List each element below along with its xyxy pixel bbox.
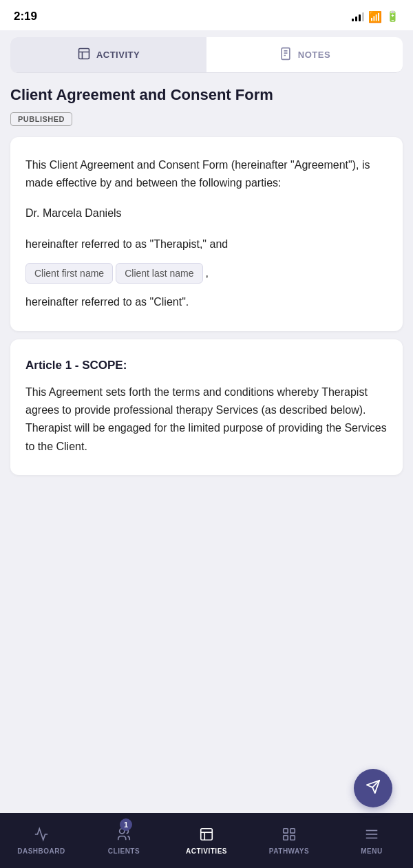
page-content: Client Agreement and Consent Form PUBLIS… [0, 73, 413, 475]
client-last-name-tag: Client last name [116, 263, 202, 284]
tab-bar: ACTIVITY NOTES [10, 37, 403, 73]
svg-rect-15 [284, 835, 288, 839]
svg-rect-10 [201, 828, 213, 840]
nav-pathways-label: PATHWAYS [269, 847, 309, 855]
tab-notes[interactable]: NOTES [206, 37, 403, 72]
hereinafter-client: hereinafter referred to as "Client". [25, 293, 388, 311]
article-title: Article 1 - SCOPE: [25, 359, 388, 372]
tab-activity-label: ACTIVITY [96, 50, 140, 60]
pathways-icon [282, 827, 297, 845]
nav-dashboard[interactable]: DASHBOARD [0, 813, 83, 868]
published-badge: PUBLISHED [10, 112, 72, 126]
nav-activities-label: ACTIVITIES [186, 847, 227, 855]
wifi-icon: 📶 [368, 10, 382, 23]
bottom-nav: DASHBOARD 1 CLIENTS ACTIVITIES [0, 813, 413, 868]
status-time: 2:19 [14, 10, 37, 23]
nav-clients[interactable]: 1 CLIENTS [83, 813, 165, 868]
activity-icon [77, 47, 91, 63]
menu-icon [364, 827, 379, 845]
hereinafter-therapist: hereinafter referred to as "Therapist," … [25, 235, 388, 253]
tab-notes-label: NOTES [298, 50, 330, 60]
tab-activity[interactable]: ACTIVITY [10, 37, 206, 72]
dashboard-icon [34, 827, 49, 845]
svg-rect-13 [284, 828, 288, 832]
page-title: Client Agreement and Consent Form [10, 85, 403, 105]
svg-rect-0 [78, 49, 89, 59]
signal-icon [352, 12, 364, 21]
nav-clients-label: CLIENTS [108, 847, 140, 855]
status-bar: 2:19 📶 🔋 [0, 0, 413, 30]
status-icons: 📶 🔋 [352, 10, 399, 23]
send-icon [366, 779, 381, 798]
activities-icon [199, 827, 214, 845]
nav-menu[interactable]: MENU [330, 813, 413, 868]
article-text: This Agreement sets forth the terms and … [25, 383, 388, 456]
nav-dashboard-label: DASHBOARD [17, 847, 65, 855]
notes-icon [279, 47, 293, 63]
nav-menu-label: MENU [361, 847, 382, 855]
therapist-name: Dr. Marcela Daniels [25, 204, 388, 222]
intro-paragraph: This Client Agreement and Consent Form (… [25, 156, 388, 193]
article-card: Article 1 - SCOPE: This Agreement sets f… [10, 339, 403, 476]
clients-badge: 1 [120, 818, 132, 831]
battery-icon: 🔋 [386, 10, 399, 23]
comma-separator: , [206, 267, 209, 279]
nav-activities[interactable]: ACTIVITIES [165, 813, 248, 868]
svg-rect-14 [290, 828, 295, 832]
client-first-name-tag: Client first name [25, 263, 113, 284]
send-fab-button[interactable] [354, 769, 392, 807]
nav-pathways[interactable]: PATHWAYS [248, 813, 330, 868]
intro-card: This Client Agreement and Consent Form (… [10, 137, 403, 331]
svg-rect-16 [290, 835, 295, 839]
client-tags-row: Client first name Client last name , [25, 263, 388, 284]
